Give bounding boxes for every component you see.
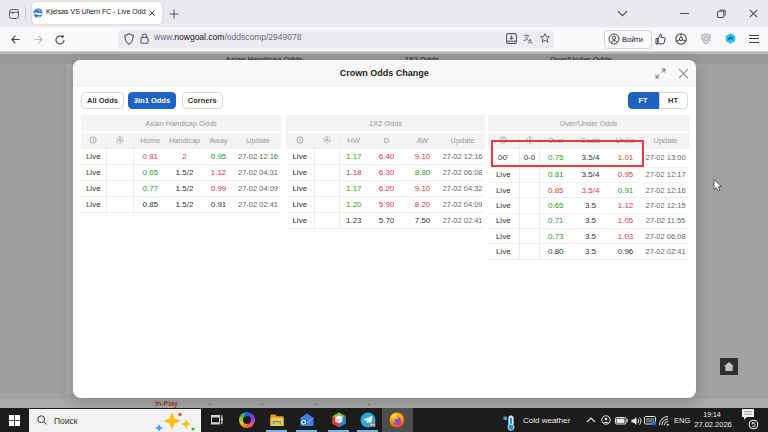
svg-text:A: A: [528, 38, 533, 45]
svg-text:5: 5: [751, 420, 755, 429]
